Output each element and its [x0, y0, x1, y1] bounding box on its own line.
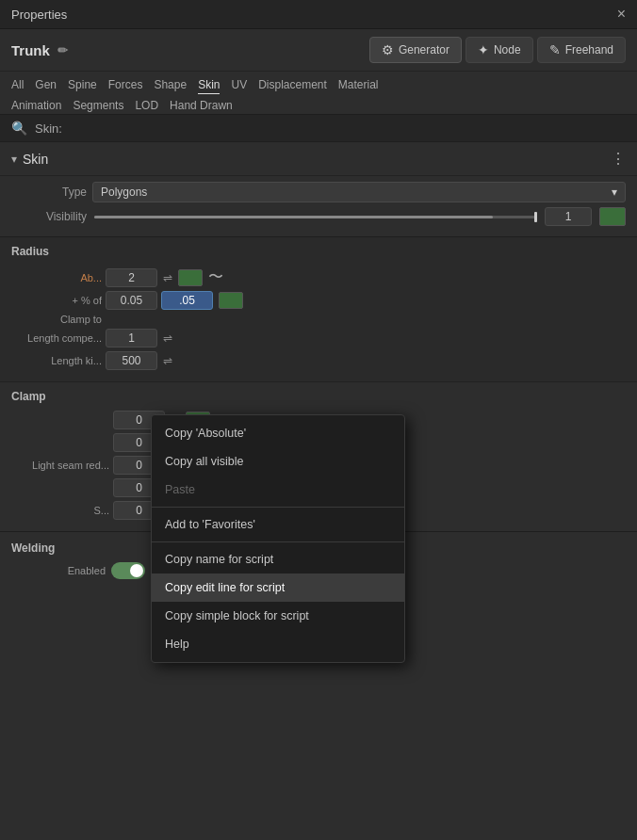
- tabs-row: All Gen Spine Forces Shape Skin UV Displ…: [0, 72, 637, 115]
- absolute-row: Ab... 2 ⇌ 〜: [8, 267, 629, 287]
- menu-divider-1: [152, 507, 404, 508]
- skin-section-title: ▾ Skin: [11, 152, 48, 167]
- enabled-label: Enabled: [11, 565, 106, 576]
- visibility-row: Visibility 1: [11, 207, 626, 226]
- visibility-slider-fill: [94, 216, 493, 218]
- visibility-slider-thumb: [534, 212, 537, 222]
- absolute-reset-icon[interactable]: ⇌: [163, 271, 172, 284]
- skin-section-header: ▾ Skin ⋮: [0, 142, 637, 176]
- tab-skin[interactable]: Skin: [198, 76, 220, 94]
- node-label: Node: [494, 43, 521, 57]
- lengthk-row: Length ki... 500 ⇌: [8, 351, 629, 370]
- context-menu: Copy 'Absolute' Copy all visible Paste A…: [151, 414, 405, 663]
- node-icon: ✦: [478, 42, 489, 57]
- generator-mode-button[interactable]: ⚙ Generator: [369, 37, 462, 63]
- radius-section: Radius Ab... 2 ⇌ 〜 + % of 0.05 .05 Clamp…: [0, 236, 637, 381]
- percent-row: + % of 0.05 .05: [8, 291, 629, 310]
- title-bar: Properties ×: [0, 0, 637, 29]
- lengthcomp-label: Length compe...: [8, 332, 102, 344]
- visibility-slider[interactable]: [94, 216, 537, 218]
- node-mode-button[interactable]: ✦ Node: [466, 37, 533, 63]
- menu-item-add-favorites[interactable]: Add to 'Favorites': [152, 510, 404, 539]
- generator-icon: ⚙: [382, 42, 394, 57]
- percent-label: + % of: [8, 295, 102, 306]
- edit-icon[interactable]: ✏: [57, 43, 68, 57]
- tab-handdrawn[interactable]: Hand Drawn: [170, 97, 233, 114]
- header-area: Trunk ✏ ⚙ Generator ✦ Node ✎ Freehand: [0, 29, 637, 72]
- visibility-label: Visibility: [11, 210, 87, 223]
- type-value: Polygons: [101, 186, 147, 199]
- visibility-value[interactable]: 1: [545, 207, 592, 226]
- menu-item-copy-simple-block[interactable]: Copy simple block for script: [152, 602, 404, 630]
- close-button[interactable]: ×: [617, 7, 626, 22]
- tab-spine[interactable]: Spine: [68, 76, 97, 94]
- tab-segments[interactable]: Segments: [73, 97, 123, 114]
- clampto-label: Clamp to: [8, 314, 102, 325]
- toggle-thumb: [130, 564, 143, 577]
- mode-buttons-group: ⚙ Generator ✦ Node ✎ Freehand: [369, 37, 626, 63]
- type-row: Type Polygons ▾: [11, 182, 626, 202]
- lengthcomp-value[interactable]: 1: [106, 329, 157, 347]
- radius-props: Ab... 2 ⇌ 〜 + % of 0.05 .05 Clamp to Len…: [0, 264, 637, 378]
- freehand-label: Freehand: [565, 43, 613, 57]
- copy-absolute-label: Copy 'Absolute': [165, 427, 246, 440]
- tab-animation[interactable]: Animation: [11, 97, 61, 114]
- lengthcomp-icon[interactable]: ⇌: [163, 331, 172, 345]
- copy-edit-line-label: Copy edit line for script: [165, 581, 285, 594]
- dropdown-chevron-icon: ▾: [612, 186, 617, 199]
- section-chevron[interactable]: ▾: [11, 153, 17, 166]
- absolute-label: Ab...: [8, 272, 102, 283]
- lengthk-value[interactable]: 500: [106, 351, 157, 370]
- menu-divider-2: [152, 541, 404, 542]
- trunk-label-group: Trunk ✏: [11, 42, 68, 58]
- menu-item-copy-all-visible[interactable]: Copy all visible: [152, 447, 404, 476]
- percent-value1[interactable]: 0.05: [106, 291, 157, 310]
- lengthk-label: Length ki...: [8, 355, 102, 366]
- lengthcomp-row: Length compe... 1 ⇌: [8, 329, 629, 347]
- tabs-line1: All Gen Spine Forces Shape Skin UV Displ…: [11, 76, 626, 94]
- clampto-row: Clamp to: [8, 314, 629, 325]
- search-icon: 🔍: [11, 121, 27, 136]
- radius-label: Radius: [0, 243, 637, 264]
- lengthk-icon[interactable]: ⇌: [163, 354, 172, 367]
- freehand-mode-button[interactable]: ✎ Freehand: [537, 37, 626, 63]
- copy-name-label: Copy name for script: [165, 553, 273, 566]
- menu-item-copy-absolute[interactable]: Copy 'Absolute': [152, 419, 404, 447]
- skin-section-menu[interactable]: ⋮: [611, 150, 626, 168]
- type-label: Type: [11, 186, 87, 199]
- absolute-curve-icon: 〜: [208, 267, 223, 287]
- percent-value2[interactable]: .05: [161, 291, 213, 310]
- tab-forces[interactable]: Forces: [108, 76, 143, 94]
- s-label: S...: [15, 505, 109, 516]
- skin-properties: Type Polygons ▾ Visibility 1: [0, 176, 637, 236]
- tab-displacement[interactable]: Displacement: [258, 76, 327, 94]
- percent-swatch: [219, 292, 243, 309]
- copy-all-visible-label: Copy all visible: [165, 455, 243, 468]
- tab-gen[interactable]: Gen: [35, 76, 57, 94]
- tab-all[interactable]: All: [11, 76, 24, 94]
- tab-uv[interactable]: UV: [231, 76, 247, 94]
- copy-simple-block-label: Copy simple block for script: [165, 609, 309, 622]
- menu-item-copy-name[interactable]: Copy name for script: [152, 545, 404, 573]
- freehand-icon: ✎: [549, 42, 561, 57]
- trunk-name: Trunk: [11, 42, 50, 58]
- tab-material[interactable]: Material: [338, 76, 379, 94]
- tab-shape[interactable]: Shape: [154, 76, 187, 94]
- visibility-color-swatch: [599, 207, 626, 226]
- tabs-line2: Animation Segments LOD Hand Drawn: [11, 97, 626, 114]
- skin-title-text: Skin: [23, 152, 48, 167]
- add-favorites-label: Add to 'Favorites': [165, 518, 255, 531]
- paste-label: Paste: [165, 483, 195, 496]
- menu-item-paste[interactable]: Paste: [152, 476, 404, 504]
- lightseam-label: Light seam red...: [15, 460, 109, 471]
- absolute-value[interactable]: 2: [106, 268, 157, 287]
- search-label: Skin:: [35, 121, 62, 136]
- search-bar: 🔍 Skin:: [0, 115, 637, 142]
- clamp-label: Clamp: [8, 386, 629, 407]
- menu-item-copy-edit-line[interactable]: Copy edit line for script: [152, 573, 404, 602]
- tab-lod[interactable]: LOD: [135, 97, 158, 114]
- type-dropdown[interactable]: Polygons ▾: [92, 182, 626, 202]
- enabled-toggle[interactable]: [111, 562, 145, 579]
- menu-item-help[interactable]: Help: [152, 630, 404, 658]
- absolute-swatch: [178, 269, 203, 286]
